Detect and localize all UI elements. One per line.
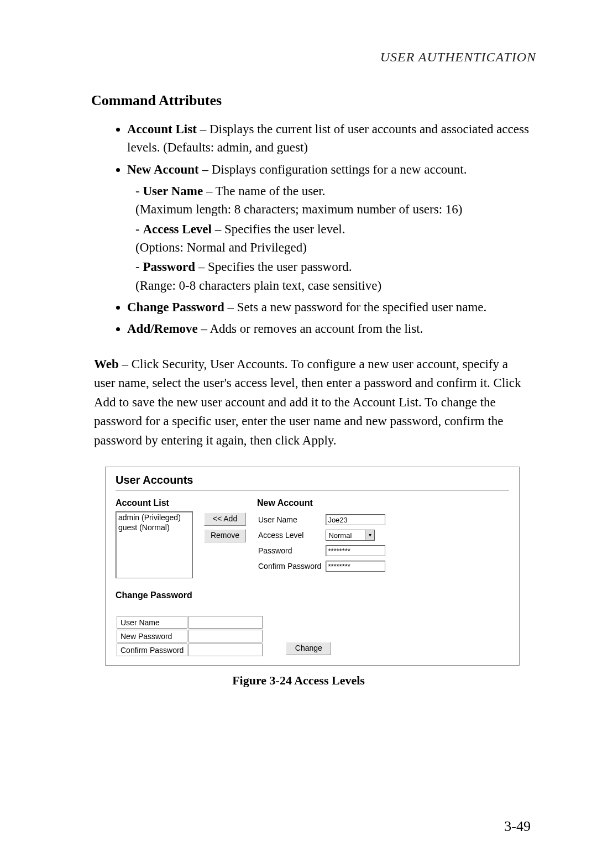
term-change-password: Change Password (127, 300, 224, 314)
user-name-input[interactable] (326, 514, 385, 525)
desc-new-account: – Displays configuration settings for a … (199, 163, 467, 176)
term-password: Password (143, 260, 195, 274)
user-accounts-panel: User Accounts Account List admin (Privil… (105, 467, 520, 666)
cp-label-user: User Name (117, 616, 187, 629)
desc-user-name: – The name of the user. (203, 184, 325, 198)
change-button[interactable]: Change (286, 642, 331, 655)
web-paragraph: Web – Click Security, User Accounts. To … (94, 355, 531, 451)
label-confirm-password: Confirm Password (258, 559, 324, 573)
cp-user-input[interactable] (192, 618, 259, 627)
label-access-level: Access Level (258, 528, 324, 542)
cp-label-newpass: New Password (117, 630, 187, 642)
page-header: USER AUTHENTICATION (61, 50, 536, 65)
term-account-list: Account List (127, 122, 197, 136)
web-lead: Web (94, 357, 119, 371)
figure-caption: Figure 3-24 Access Levels (61, 673, 536, 688)
account-listbox[interactable]: admin (Privileged) guest (Normal) (116, 511, 193, 578)
password-input[interactable] (326, 545, 385, 556)
desc-password: – Specifies the user password. (195, 260, 352, 274)
cp-confirm-input[interactable] (192, 645, 259, 655)
detail-password: (Range: 0-8 characters plain text, case … (135, 279, 381, 292)
page-number: 3-49 (504, 818, 531, 835)
term-access-level: Access Level (143, 222, 212, 236)
cp-newpass-input[interactable] (192, 631, 259, 641)
detail-user-name: (Maximum length: 8 characters; maximum n… (135, 202, 462, 216)
panel-title: User Accounts (116, 474, 509, 487)
add-button[interactable]: << Add (204, 513, 246, 526)
label-user-name: User Name (258, 513, 324, 527)
chevron-down-icon[interactable]: ▾ (365, 530, 374, 540)
attributes-list: Account List – Displays the current list… (100, 120, 536, 338)
desc-access-level: – Specifies the user level. (212, 222, 345, 236)
new-account-heading: New Account (257, 498, 390, 508)
web-text: – Click Security, User Accounts. To conf… (94, 357, 521, 447)
divider (116, 490, 509, 490)
list-item[interactable]: admin (Privileged) (118, 513, 190, 523)
section-title: Command Attributes (91, 92, 536, 109)
access-level-select[interactable]: Normal ▾ (326, 530, 375, 541)
term-add-remove: Add/Remove (127, 322, 198, 336)
desc-change-password: – Sets a new password for the specified … (224, 300, 487, 314)
change-password-heading: Change Password (116, 590, 509, 600)
detail-access-level: (Options: Normal and Privileged) (135, 240, 307, 254)
cp-label-confirm: Confirm Password (117, 644, 187, 656)
term-new-account: New Account (127, 163, 199, 176)
account-list-heading: Account List (116, 498, 193, 508)
desc-add-remove: – Adds or removes an account from the li… (198, 322, 423, 336)
access-level-value: Normal (326, 531, 365, 540)
term-user-name: User Name (143, 184, 203, 198)
confirm-password-input[interactable] (326, 561, 385, 572)
label-password: Password (258, 543, 324, 558)
list-item[interactable]: guest (Normal) (118, 523, 190, 533)
remove-button[interactable]: Remove (204, 529, 246, 542)
